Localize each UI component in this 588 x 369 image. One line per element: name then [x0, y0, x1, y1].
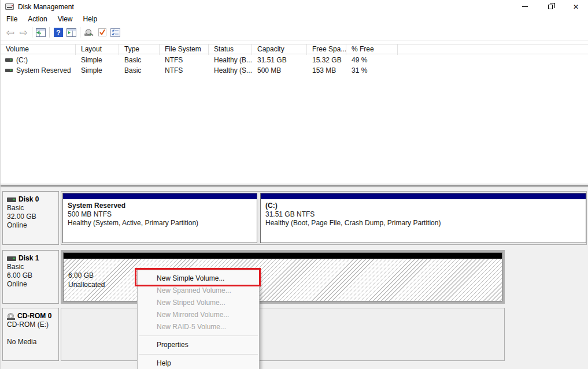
col-header-file-system[interactable]: File System — [160, 44, 209, 55]
cell-capacity: 31.51 GB — [252, 55, 307, 65]
cdrom-graph — [61, 308, 505, 361]
disk1-header[interactable]: Disk 1 Basic 6.00 GB Online — [2, 250, 59, 304]
back-icon: ⇦ — [6, 28, 14, 38]
forward-button[interactable]: ⇨ — [17, 26, 30, 39]
disk0-header[interactable]: Disk 0 Basic 32.00 GB Online — [2, 191, 59, 245]
partition-stripe — [63, 193, 257, 200]
col-header-capacity[interactable]: Capacity — [252, 44, 307, 55]
window-title: Disk Management — [18, 3, 74, 11]
close-button[interactable]: ✕ — [563, 0, 588, 13]
partition-status: Healthy (System, Active, Primary Partiti… — [68, 219, 252, 228]
menu-item-new-raid5-volume: New RAID-5 Volume... — [138, 321, 259, 333]
menu-item-help[interactable]: Help — [138, 357, 259, 369]
partition-stripe — [261, 193, 586, 200]
disk1-name: Disk 1 — [19, 254, 39, 263]
table-row-c-drive[interactable]: (C:) Simple Basic NTFS Healthy (B... 31.… — [1, 55, 588, 65]
rescan-disks-icon — [84, 28, 94, 37]
disk0-size: 32.00 GB — [7, 213, 54, 221]
svg-text:?: ? — [56, 29, 60, 37]
show-console-tree-button[interactable] — [34, 26, 47, 39]
cdrom-header[interactable]: CD-ROM 0 CD-ROM (E:) No Media — [2, 308, 59, 361]
disk1-size: 6.00 GB — [7, 271, 54, 280]
col-header-pct-free[interactable]: % Free — [346, 44, 398, 55]
cell-status: Healthy (S... — [209, 65, 252, 76]
disk-management-window: Disk Management ✕ File Action View Help … — [0, 0, 588, 369]
context-menu: New Simple Volume... New Spanned Volume.… — [137, 270, 260, 369]
cdrom-drive-letter: CD-ROM (E:) — [7, 320, 54, 329]
mark-active-check-icon — [98, 28, 107, 37]
table-row-system-reserved[interactable]: System Reserved Simple Basic NTFS Health… — [1, 65, 588, 76]
back-button[interactable]: ⇦ — [3, 26, 17, 39]
forward-icon: ⇨ — [19, 28, 27, 38]
cell-pct-free: 49 % — [346, 55, 398, 65]
partition-title: (C:) — [265, 202, 581, 210]
unallocated-region[interactable]: 6.00 GB Unallocated — [63, 252, 502, 301]
cell-type: Basic — [119, 65, 160, 76]
restore-button[interactable] — [538, 0, 563, 13]
disk0-kind: Basic — [7, 204, 54, 213]
app-icon — [5, 3, 14, 10]
rescan-disks-button[interactable] — [82, 26, 95, 39]
partition-status: Healthy (Boot, Page File, Crash Dump, Pr… — [265, 219, 581, 228]
menu-action[interactable]: Action — [28, 14, 52, 24]
unallocated-stripe — [64, 253, 502, 259]
menu-item-new-striped-volume: New Striped Volume... — [138, 297, 259, 309]
task-list-icon — [110, 28, 120, 37]
cdrom-status: No Media — [7, 338, 54, 346]
menu-file[interactable]: File — [6, 14, 23, 24]
disk1-kind: Basic — [7, 263, 54, 271]
cell-layout: Simple — [76, 65, 119, 76]
unallocated-label: Unallocated — [68, 280, 497, 289]
show-action-pane-icon — [66, 28, 76, 37]
cd-rom-icon — [7, 313, 15, 320]
cell-file-system: NTFS — [160, 55, 209, 65]
menu-item-new-spanned-volume: New Spanned Volume... — [138, 285, 259, 297]
menu-separator — [139, 354, 258, 355]
restore-icon — [548, 5, 553, 9]
minimize-icon — [522, 6, 528, 7]
show-console-tree-icon — [36, 28, 46, 37]
volume-list-header: Volume Layout Type File System Status Ca… — [1, 44, 588, 54]
help-button[interactable]: ? — [51, 26, 65, 39]
menubar: File Action View Help — [1, 13, 588, 25]
partition-system-reserved[interactable]: System Reserved 500 MB NTFS Healthy (Sys… — [62, 193, 257, 243]
pane-splitter[interactable] — [1, 184, 588, 188]
show-action-pane-button[interactable] — [65, 26, 78, 39]
col-header-type[interactable]: Type — [119, 44, 160, 55]
partition-title: System Reserved — [68, 202, 252, 210]
cell-pct-free: 31 % — [346, 65, 398, 76]
cell-volume: System Reserved — [1, 65, 76, 76]
disk-graph-panel: Disk 0 Basic 32.00 GB Online System Rese… — [1, 188, 588, 369]
menu-item-properties[interactable]: Properties — [138, 338, 259, 352]
toolbar-separator — [49, 27, 50, 38]
disk-icon — [7, 197, 16, 202]
cell-file-system: NTFS — [160, 65, 209, 76]
disk1-status: Online — [7, 280, 54, 289]
menu-item-new-simple-volume[interactable]: New Simple Volume... — [138, 273, 259, 285]
toolbar-separator — [32, 27, 32, 38]
cell-volume: (C:) — [1, 55, 76, 65]
menu-view[interactable]: View — [58, 14, 78, 24]
mark-active-button[interactable] — [95, 26, 109, 39]
unallocated-size: 6.00 GB — [68, 271, 497, 280]
volume-list: Volume Layout Type File System Status Ca… — [1, 43, 588, 184]
partition-size: 500 MB NTFS — [68, 210, 252, 219]
minimize-button[interactable] — [512, 0, 538, 13]
window-controls: ✕ — [512, 0, 588, 13]
menu-separator — [139, 336, 258, 336]
disk0-name: Disk 0 — [19, 195, 39, 204]
cell-type: Basic — [119, 55, 160, 65]
help-icon: ? — [54, 28, 63, 37]
col-header-volume[interactable]: Volume — [1, 44, 76, 55]
toolbar-separator — [80, 27, 80, 38]
close-icon: ✕ — [573, 3, 579, 11]
col-header-status[interactable]: Status — [209, 44, 252, 55]
cell-layout: Simple — [76, 55, 119, 65]
col-header-free-space[interactable]: Free Spa... — [307, 44, 346, 55]
task-list-button[interactable] — [109, 26, 122, 39]
menu-help[interactable]: Help — [83, 14, 103, 24]
disk0-status: Online — [7, 221, 54, 230]
col-header-layout[interactable]: Layout — [76, 44, 119, 55]
disk1-graph: 6.00 GB Unallocated — [61, 250, 505, 304]
partition-c-drive[interactable]: (C:) 31.51 GB NTFS Healthy (Boot, Page F… — [260, 193, 586, 243]
